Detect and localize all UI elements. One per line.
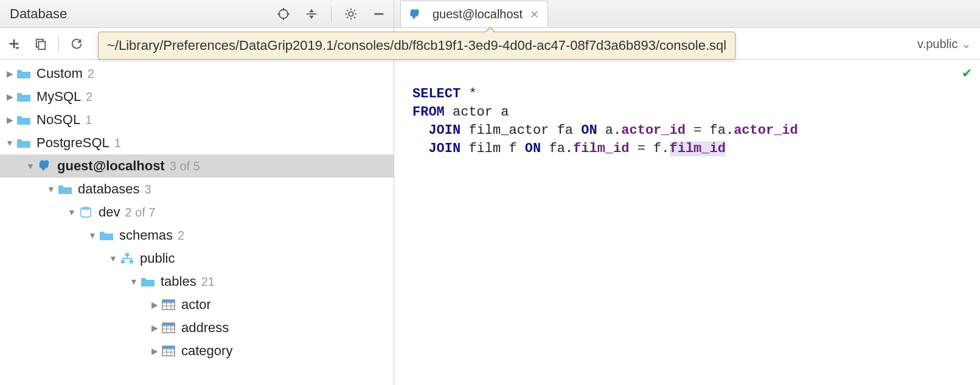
tree-label: PostgreSQL: [36, 135, 109, 151]
folder-icon: [140, 275, 156, 288]
tree-node-table-category[interactable]: category: [0, 339, 394, 362]
svg-marker-7: [309, 15, 313, 19]
tree-node-tables[interactable]: tables 21: [0, 270, 394, 293]
sql-keyword: JOIN: [428, 141, 460, 156]
expand-arrow-icon[interactable]: [148, 323, 161, 333]
sql-text: fa.: [541, 141, 573, 156]
sql-keyword: ON: [581, 123, 597, 138]
svg-rect-22: [38, 41, 45, 49]
tree-node-custom[interactable]: Custom 2: [0, 62, 394, 85]
sql-editor[interactable]: ✔SELECT * FROM actor a JOIN film_actor f…: [394, 60, 980, 385]
target-icon[interactable]: [275, 5, 292, 23]
expand-arrow-icon[interactable]: [4, 69, 16, 78]
inspection-ok-icon[interactable]: ✔: [963, 64, 971, 83]
svg-rect-33: [162, 300, 175, 302]
expand-arrow-icon[interactable]: [45, 184, 57, 194]
tree-node-dev[interactable]: dev 2 of 7: [0, 201, 394, 224]
tree-count: 1: [114, 136, 121, 150]
tree-label: NoSQL: [36, 112, 80, 128]
panel-title: Database: [6, 6, 67, 22]
tree-label: databases: [78, 181, 140, 197]
collapse-divide-icon[interactable]: [303, 5, 320, 23]
close-icon[interactable]: ✕: [530, 8, 539, 21]
svg-marker-6: [309, 9, 313, 12]
tree-label: dev: [99, 204, 120, 220]
sql-text: film_actor fa: [460, 123, 581, 138]
sql-text: actor a: [445, 105, 509, 120]
panel-header: Database: [0, 0, 394, 28]
expand-arrow-icon[interactable]: [4, 138, 16, 148]
svg-marker-20: [15, 47, 19, 49]
file-path-tooltip: ~/Library/Preferences/DataGrip2019.1/con…: [98, 32, 735, 60]
svg-rect-39: [162, 323, 175, 325]
tree-node-table-address[interactable]: address: [0, 316, 394, 339]
sql-keyword: SELECT: [412, 86, 460, 102]
database-icon: [78, 206, 94, 219]
svg-line-15: [347, 16, 348, 18]
tree-label: Custom: [36, 66, 83, 82]
table-icon: [161, 344, 176, 358]
svg-rect-25: [125, 253, 129, 256]
sql-indent: [412, 141, 428, 156]
expand-arrow-icon[interactable]: [128, 277, 140, 286]
expand-arrow-icon[interactable]: [4, 115, 16, 125]
tree-node-connection[interactable]: guest@localhost 3 of 5: [0, 154, 394, 178]
tree-node-mysql[interactable]: MySQL 2: [0, 85, 394, 108]
duplicate-icon[interactable]: [32, 35, 50, 53]
tree-node-postgresql[interactable]: PostgreSQL 1: [0, 131, 394, 154]
sql-column: film_id: [573, 141, 629, 156]
tree-node-schemas[interactable]: schemas 2: [0, 224, 394, 247]
tree-node-databases[interactable]: databases 3: [0, 178, 394, 201]
tree-count: 1: [85, 113, 92, 127]
schema-icon: [119, 252, 135, 265]
schema-selector-label: v.public: [917, 37, 957, 50]
panel-header-actions: [275, 5, 387, 23]
folder-icon: [16, 90, 32, 103]
expand-arrow-icon[interactable]: [148, 300, 161, 310]
sql-text: *: [460, 86, 476, 102]
editor-tabs: guest@localhost ✕: [394, 0, 980, 28]
tree-label: guest@localhost: [57, 158, 165, 174]
postgres-icon: [36, 159, 52, 173]
tree-count: 3: [145, 182, 151, 196]
folder-icon: [16, 67, 32, 80]
tree-label: MySQL: [36, 89, 81, 105]
database-tree[interactable]: Custom 2 MySQL 2 NoSQL 1 PostgreSQL 1: [0, 60, 394, 385]
tree-count: 2: [178, 229, 184, 243]
separator: [331, 5, 332, 23]
sql-column: film_id: [670, 141, 726, 156]
gear-icon[interactable]: [342, 5, 360, 23]
separator: [58, 35, 59, 52]
tree-label: schemas: [119, 227, 173, 243]
expand-arrow-icon[interactable]: [24, 161, 36, 171]
tree-count: 2: [86, 90, 92, 104]
tree-label: address: [181, 320, 229, 336]
expand-arrow-icon[interactable]: [4, 92, 16, 102]
folder-icon: [16, 136, 32, 150]
sql-column: actor_id: [734, 123, 798, 138]
tree-node-public[interactable]: public: [0, 247, 394, 270]
sql-keyword: ON: [525, 141, 541, 156]
tree-node-nosql[interactable]: NoSQL 1: [0, 108, 394, 131]
schema-selector[interactable]: v.public ⌄: [917, 36, 971, 51]
add-icon[interactable]: [5, 35, 23, 53]
tree-count: 2 of 7: [125, 206, 155, 220]
svg-point-0: [279, 9, 288, 18]
tree-count: 2: [88, 67, 94, 81]
expand-arrow-icon[interactable]: [107, 254, 119, 263]
sql-column: actor_id: [621, 123, 686, 138]
editor-tab[interactable]: guest@localhost ✕: [400, 1, 548, 27]
tree-label: public: [140, 251, 175, 266]
expand-arrow-icon[interactable]: [86, 231, 99, 240]
sql-indent: [412, 123, 428, 138]
tree-node-table-actor[interactable]: actor: [0, 293, 394, 316]
expand-arrow-icon[interactable]: [66, 207, 78, 217]
svg-line-16: [354, 10, 355, 11]
folder-icon: [16, 113, 32, 127]
svg-line-14: [354, 16, 355, 18]
minimize-icon[interactable]: [370, 5, 387, 23]
svg-rect-26: [121, 260, 125, 263]
refresh-icon[interactable]: [68, 35, 86, 53]
svg-point-8: [349, 12, 353, 16]
expand-arrow-icon[interactable]: [148, 346, 161, 356]
